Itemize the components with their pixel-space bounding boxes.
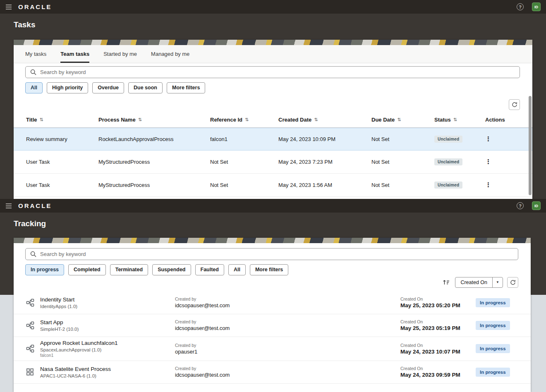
- created-on-label: Created On: [400, 343, 475, 348]
- filter-chip-faulted[interactable]: Faulted: [195, 264, 224, 275]
- created-by-block: Created by idcsopauser@test.com: [175, 319, 400, 331]
- column-header-process-name[interactable]: Process Name⇅: [98, 117, 210, 123]
- row-actions-menu-icon[interactable]: ⋮: [485, 135, 491, 143]
- avatar-badge[interactable]: ID: [532, 2, 541, 11]
- created-on-value: May 24, 2023 10:07 PM: [400, 349, 475, 355]
- list-item[interactable]: Start App SimpleHT-2 (10.0) Created by i…: [14, 314, 531, 337]
- status-badge: Unclaimed: [434, 158, 462, 165]
- avatar-badge[interactable]: ID: [532, 201, 541, 210]
- filter-chip-more-filters[interactable]: More filters: [167, 82, 205, 93]
- search-input[interactable]: [40, 251, 513, 257]
- column-header-title[interactable]: Title⇅: [26, 117, 98, 123]
- list-item[interactable]: Approve Rocket Launchfalcon1 SpacexLaunc…: [14, 337, 531, 361]
- row-actions-menu-icon[interactable]: ⋮: [485, 158, 491, 165]
- search-box: [25, 248, 518, 260]
- instance-app-version: SpacexLaunchApproval (1.0): [40, 347, 175, 352]
- decorative-banner: [14, 40, 532, 45]
- tasks-tab-bar: My tasks Team tasks Started by me Manage…: [14, 45, 532, 63]
- filter-chip-suspended[interactable]: Suspended: [152, 264, 191, 275]
- created-by-value: idcsopauser@test.com: [175, 372, 400, 378]
- created-on-block: Created On May 24, 2023 10:07 PM: [400, 343, 475, 355]
- filter-chip-completed[interactable]: Completed: [68, 264, 106, 275]
- column-header-due-date[interactable]: Due Date⇅: [371, 117, 434, 123]
- status-cell: In progress: [475, 298, 531, 307]
- app-header: ORACLE ? ID: [0, 199, 546, 213]
- created-by-label: Created by: [175, 296, 400, 301]
- chevron-down-icon: ▼: [492, 277, 503, 287]
- filter-chip-all[interactable]: All: [228, 264, 246, 275]
- help-icon[interactable]: ?: [517, 3, 524, 10]
- tab-team-tasks[interactable]: Team tasks: [60, 45, 89, 63]
- refresh-button[interactable]: [509, 99, 520, 110]
- column-header-created-date[interactable]: Created Date⇅: [278, 117, 371, 123]
- cell-created-date: May 24, 2023 7:23 PM: [278, 159, 371, 165]
- instance-app-version: IdentityApps (1.0): [40, 304, 175, 309]
- hamburger-menu-icon[interactable]: [5, 203, 12, 209]
- created-on-block: Created On May 25, 2023 05:20 PM: [400, 296, 475, 308]
- sort-arrows-icon: ⇅: [40, 117, 43, 122]
- column-header-reference-id[interactable]: Reference Id⇅: [210, 117, 278, 123]
- table-row[interactable]: User Task MyStructuredProcess Not Set Ma…: [14, 151, 532, 174]
- instance-title: Nasa Satelite Event Process: [40, 366, 175, 372]
- refresh-icon: [512, 102, 517, 108]
- sort-field-select[interactable]: Created On ▼: [455, 277, 503, 288]
- table-row[interactable]: User Task MyStructuredProcess Not Set Ma…: [14, 174, 532, 197]
- tasks-panel: My tasks Team tasks Started by me Manage…: [14, 40, 532, 199]
- cell-reference-id: falcon1: [210, 136, 278, 142]
- tab-my-tasks[interactable]: My tasks: [25, 45, 46, 63]
- tab-managed-by-me[interactable]: Managed by me: [151, 45, 189, 63]
- created-on-block: Created On May 24, 2023 09:59 PM: [400, 366, 475, 378]
- filter-chip-in-progress[interactable]: In progress: [25, 264, 64, 275]
- filter-chip-all[interactable]: All: [25, 82, 43, 93]
- cell-status: Unclaimed: [434, 182, 481, 189]
- filter-chip-more-filters[interactable]: More filters: [250, 264, 288, 275]
- cell-actions: ⋮: [481, 181, 532, 189]
- process-instance-list: Indentity Start IdentityApps (1.0) Creat…: [14, 292, 531, 384]
- page-title: Tasks: [14, 20, 546, 29]
- process-flow-icon: [26, 321, 40, 330]
- app-header: ORACLE ? ID: [0, 0, 546, 14]
- decorative-banner: [14, 238, 531, 243]
- instance-info: Nasa Satelite Event Process APAC1-UC2-NA…: [40, 366, 175, 378]
- filter-chip-due-soon[interactable]: Due soon: [128, 82, 163, 93]
- filter-chip-overdue[interactable]: Overdue: [92, 82, 124, 93]
- list-item[interactable]: Indentity Start IdentityApps (1.0) Creat…: [14, 292, 531, 314]
- created-on-label: Created On: [400, 296, 475, 301]
- list-item[interactable]: Nasa Satelite Event Process APAC1-UC2-NA…: [14, 361, 531, 384]
- table-row[interactable]: Review summary RocketLaunchApprovalProce…: [14, 128, 532, 151]
- instance-app-version: APAC1-UC2-NASA-6 (1.0): [40, 373, 175, 378]
- column-header-actions: Actions: [481, 117, 532, 123]
- filter-chip-high-priority[interactable]: High priority: [47, 82, 88, 93]
- status-badge: Unclaimed: [434, 136, 462, 143]
- instance-info: Start App SimpleHT-2 (10.0): [40, 319, 175, 332]
- sort-order-button[interactable]: [441, 277, 451, 287]
- search-icon: [30, 69, 36, 75]
- vertical-scrollbar[interactable]: [529, 96, 532, 195]
- search-input[interactable]: [40, 69, 515, 75]
- help-icon[interactable]: ?: [517, 202, 524, 209]
- sort-arrows-icon: ⇅: [314, 117, 318, 122]
- status-badge: Unclaimed: [434, 182, 462, 189]
- created-on-label: Created On: [400, 319, 475, 324]
- row-actions-menu-icon[interactable]: ⋮: [485, 181, 491, 189]
- cell-status: Unclaimed: [434, 136, 481, 143]
- cell-due-date: Not Set: [371, 159, 434, 165]
- sort-arrows-icon: ⇅: [397, 117, 401, 122]
- status-cell: In progress: [475, 344, 531, 353]
- sort-arrows-icon: ⇅: [138, 117, 142, 122]
- tab-started-by-me[interactable]: Started by me: [103, 45, 137, 63]
- cell-process-name: MyStructuredProcess: [98, 182, 210, 188]
- process-flow-icon: [26, 299, 40, 307]
- refresh-button[interactable]: [507, 277, 518, 288]
- filter-chip-terminated[interactable]: Terminated: [110, 264, 148, 275]
- cell-created-date: May 24, 2023 1:56 AM: [278, 182, 371, 188]
- cell-reference-id: Not Set: [210, 182, 278, 188]
- sort-arrows-icon: ⇅: [453, 117, 457, 122]
- tracking-panel: In progress Completed Terminated Suspend…: [14, 238, 531, 392]
- column-header-status[interactable]: Status⇅: [434, 117, 481, 123]
- created-by-value: idcsopauser@test.com: [175, 325, 400, 331]
- page-title: Tracking: [14, 219, 546, 228]
- instance-title: Start App: [40, 319, 175, 325]
- hamburger-menu-icon[interactable]: [5, 4, 12, 10]
- created-on-block: Created On May 25, 2023 05:19 PM: [400, 319, 475, 331]
